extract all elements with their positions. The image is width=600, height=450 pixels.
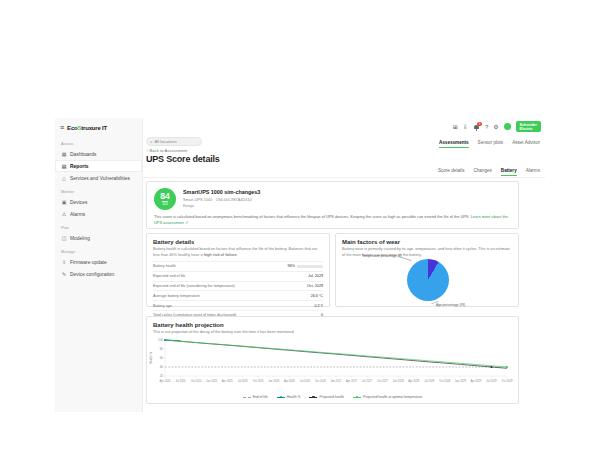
battery-detail-row: Expected end of life (considering the te… — [153, 281, 323, 291]
svg-text:Jul 2026: Jul 2026 — [300, 379, 311, 383]
battery-detail-value-text: 96% — [288, 264, 295, 268]
svg-text:60: 60 — [160, 356, 164, 360]
legend-label: Projected health — [319, 395, 344, 399]
legend-item-end-of-life[interactable]: End of life — [243, 395, 268, 399]
svg-text:Oct 2026: Oct 2026 — [315, 379, 326, 383]
tab-asset-advisor[interactable]: Asset Advisor — [512, 140, 540, 148]
hamburger-menu-icon[interactable]: ≡ — [60, 124, 64, 131]
legend-item-projected-health[interactable]: Projected health — [309, 395, 344, 399]
battery-detail-value: 96% — [288, 264, 323, 268]
user-avatar[interactable] — [504, 123, 511, 130]
sidebar-item-label: Reports — [70, 164, 88, 169]
svg-text:Jul 2027: Jul 2027 — [362, 379, 373, 383]
svg-text:Jul 2025: Jul 2025 — [238, 379, 249, 383]
svg-text:Apr 2027: Apr 2027 — [346, 379, 357, 383]
sidebar-item-reports[interactable]: ▤Reports — [55, 160, 142, 172]
health-projection-chart: 10080604020Health %Apr 2024Jul 2024Oct 2… — [149, 335, 514, 397]
pie-label-temperature: Temperature percentage (7) — [362, 254, 402, 258]
header-toolbar: ⊞⇩9?⚙ Schneider Electric — [453, 121, 541, 132]
sidebar-section-label: Manage — [55, 244, 142, 256]
legend-item-health-[interactable]: Health % — [277, 395, 301, 399]
svg-text:Jul 2028: Jul 2028 — [424, 379, 435, 383]
devices-icon: ▣ — [61, 199, 67, 205]
subtab-score-details[interactable]: Score details — [438, 168, 465, 176]
primary-tabs: AssessmentsSensor plotsAsset Advisor — [439, 140, 540, 148]
legend-marker — [309, 397, 317, 398]
svg-text:Jan 2027: Jan 2027 — [330, 379, 342, 383]
breadcrumb-back-link[interactable]: ‹ Back to Assessment — [147, 148, 187, 153]
score-value: 84 — [160, 192, 169, 201]
firmware-update-icon: ⇪ — [61, 259, 67, 265]
legend-marker — [243, 397, 251, 398]
device-info: SmartUPS 1000 sim-changes3 Smart-UPS 100… — [183, 189, 260, 208]
legend-marker — [353, 397, 361, 398]
pie-label-age: Age percentage (93) — [436, 303, 465, 307]
svg-text:Oct 2025: Oct 2025 — [253, 379, 264, 383]
settings-gear-icon[interactable]: ⚙ — [493, 124, 498, 130]
reports-icon: ▤ — [61, 163, 67, 169]
sidebar-item-alarms[interactable]: ⚠Alarms — [55, 208, 142, 220]
subtab-changes[interactable]: Changes — [473, 168, 491, 176]
apps-grid-icon[interactable]: ⊞ — [453, 124, 458, 130]
health-projection-card: Battery health projection This is our pr… — [146, 316, 519, 404]
wear-factors-card: Main factors of wear Battery wear is pri… — [335, 233, 519, 307]
line-chart-svg: 10080604020Health %Apr 2024Jul 2024Oct 2… — [149, 335, 514, 393]
alarms-icon: ⚠ — [61, 211, 67, 217]
header-icons: ⊞⇩9?⚙ — [453, 123, 499, 131]
sidebar-item-label: Firmware update — [70, 260, 107, 265]
sidebar-sections: Assess▦Dashboards▤Reports△Services and V… — [55, 136, 142, 280]
sidebar-item-devices[interactable]: ▣Devices — [55, 196, 142, 208]
download-icon[interactable]: ⇩ — [463, 124, 468, 130]
svg-text:Apr 2028: Apr 2028 — [408, 379, 419, 383]
device-name: SmartUPS 1000 sim-changes3 — [183, 189, 260, 195]
logo[interactable]: ≡ EcoStruxure IT — [55, 121, 142, 136]
battery-detail-value: Jul, 2029 — [308, 274, 323, 278]
svg-text:Jan 2029: Jan 2029 — [455, 379, 467, 383]
tab-assessments[interactable]: Assessments — [439, 140, 469, 148]
schneider-electric-logo[interactable]: Schneider Electric — [516, 121, 541, 132]
location-search-input[interactable]: ⌕ All locations — [146, 137, 202, 146]
notification-badge: 9 — [477, 122, 482, 127]
tab-sensor-plots[interactable]: Sensor plots — [478, 140, 504, 148]
sidebar-item-label: Alarms — [70, 212, 85, 217]
sidebar-item-dashboards[interactable]: ▦Dashboards — [55, 148, 142, 160]
legend-item-projected-health-at-optimal-temperature[interactable]: Projected health at optimal temperature — [353, 395, 422, 399]
svg-text:40: 40 — [160, 365, 164, 369]
subtab-battery[interactable]: Battery — [501, 168, 517, 176]
sidebar-item-label: Device configuration — [70, 272, 114, 277]
subtab-alarms[interactable]: Alarms — [526, 168, 540, 176]
svg-text:Apr 2025: Apr 2025 — [222, 379, 233, 383]
chart-legend: End of lifeHealth %Projected healthProje… — [147, 395, 518, 399]
sidebar-item-modeling[interactable]: ◫Modeling — [55, 232, 142, 244]
svg-text:Apr 2029: Apr 2029 — [470, 379, 481, 383]
svg-text:100: 100 — [158, 338, 163, 342]
battery-detail-label: Average battery temperature — [153, 294, 200, 298]
svg-text:Oct 2027: Oct 2027 — [377, 379, 388, 383]
sidebar-section-label: Plan — [55, 220, 142, 232]
battery-detail-value: 26.6 °C — [311, 294, 323, 298]
sidebar-section-label: Assess — [55, 136, 142, 148]
battery-detail-label: Expected end of life (considering the te… — [153, 284, 235, 288]
bell-clapper — [476, 129, 478, 131]
battery-detail-value-text: Jul, 2029 — [308, 274, 323, 278]
device-model-serial: Smart-UPS 1000 · 1S4-00C987A4D410 — [183, 197, 260, 202]
score-description-text: This score is calculated based on anonym… — [154, 214, 471, 219]
sidebar-item-device-configuration[interactable]: ✎Device configuration — [55, 268, 142, 280]
sidebar-item-label: Modeling — [70, 236, 90, 241]
battery-details-title: Battery details — [153, 239, 323, 245]
services-and-vulnerabilities-icon: △ — [61, 175, 67, 181]
ups-score-card: 84 100 SmartUPS 1000 sim-changes3 Smart-… — [146, 181, 519, 229]
svg-text:Oct 2029: Oct 2029 — [502, 379, 513, 383]
notifications-bell-icon[interactable]: 9 — [473, 123, 480, 131]
help-icon[interactable]: ? — [485, 124, 488, 130]
wear-factors-title: Main factors of wear — [342, 239, 512, 245]
svg-text:Apr 2026: Apr 2026 — [284, 379, 295, 383]
sidebar-item-firmware-update[interactable]: ⇪Firmware update — [55, 256, 142, 268]
search-placeholder: All locations — [155, 139, 177, 144]
sidebar-item-services-and-vulnerabilities[interactable]: △Services and Vulnerabilities — [55, 172, 142, 184]
legend-marker-dot — [356, 396, 358, 398]
sidebar: ≡ EcoStruxure IT Assess▦Dashboards▤Repor… — [55, 118, 143, 412]
svg-text:Jul 2024: Jul 2024 — [175, 379, 186, 383]
legend-label: Projected health at optimal temperature — [363, 395, 422, 399]
svg-text:20: 20 — [160, 374, 164, 378]
